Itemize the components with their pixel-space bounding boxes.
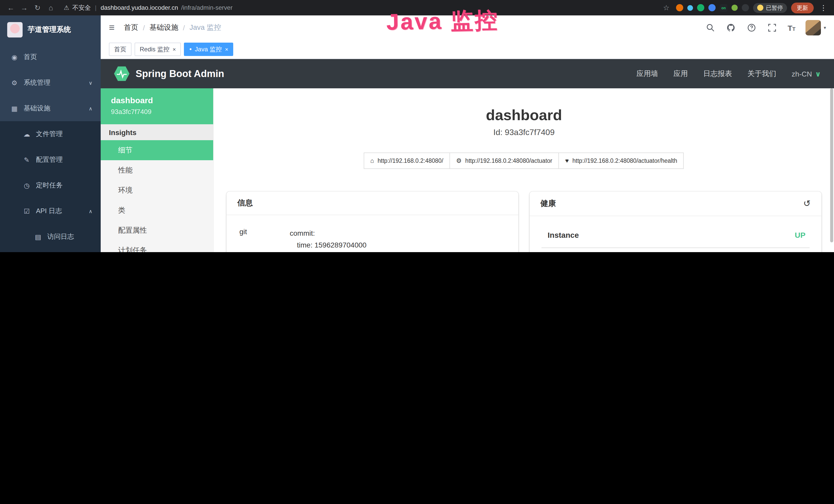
sba-nav-journal[interactable]: 日志报表 bbox=[703, 69, 732, 78]
hamburger-icon[interactable]: ≡ bbox=[109, 22, 114, 33]
sidebar-item-label: 定时任务 bbox=[36, 181, 63, 190]
service-url-link[interactable]: ⌂ http://192.168.0.2:48080/ bbox=[364, 153, 450, 169]
back-icon[interactable]: ← bbox=[5, 4, 17, 12]
user-avatar[interactable]: ▾ bbox=[806, 20, 826, 36]
address-bar[interactable]: ⚠ 不安全 | dashboard.yudao.iocoder.cn/infra… bbox=[64, 3, 659, 12]
page-scrollbar[interactable] bbox=[830, 88, 833, 243]
not-secure-label: 不安全 bbox=[72, 3, 91, 12]
sba-logo-icon[interactable] bbox=[114, 66, 129, 82]
sidebar-item-label: 访问日志 bbox=[47, 232, 74, 241]
gear-icon: ⚙ bbox=[10, 79, 19, 87]
admin-sidebar: 芋道管理系统 ◉ 首页 ⚙ 系统管理 ∨ ▦ 基础设施 ∧ bbox=[0, 16, 101, 252]
reload-icon[interactable]: ↻ bbox=[32, 4, 43, 12]
sba-item-details[interactable]: 细节 bbox=[101, 140, 213, 160]
not-secure-warning-icon: ⚠ bbox=[64, 4, 69, 11]
sba-nav-wallboard[interactable]: 应用墙 bbox=[636, 69, 658, 78]
admin-logo-row[interactable]: 芋道管理系统 bbox=[0, 16, 101, 44]
chevron-down-icon: ∨ bbox=[815, 70, 821, 78]
help-icon[interactable] bbox=[746, 23, 757, 33]
tab-redis-monitor[interactable]: Redis 监控 × bbox=[135, 43, 181, 56]
sba-locale-select[interactable]: zh-CN ∨ bbox=[792, 70, 821, 78]
sba-nav-about[interactable]: 关于我们 bbox=[747, 69, 776, 78]
locale-label: zh-CN bbox=[792, 70, 812, 78]
extension-icon-drop[interactable] bbox=[687, 5, 693, 10]
admin-menu: ◉ 首页 ⚙ 系统管理 ∨ ▦ 基础设施 ∧ ☁ 文 bbox=[0, 44, 101, 252]
sidebar-item-infrastructure[interactable]: ▦ 基础设施 ∧ bbox=[0, 95, 101, 121]
active-dot-icon: ● bbox=[189, 47, 192, 51]
dashboard-icon: ◉ bbox=[10, 53, 19, 61]
link-label: http://192.168.0.2:48080/actuator/health bbox=[572, 158, 677, 164]
close-icon[interactable]: × bbox=[173, 46, 176, 52]
extension-icon-grid[interactable] bbox=[708, 4, 716, 11]
sidebar-item-scheduled-jobs[interactable]: ◷ 定时任务 bbox=[0, 173, 101, 198]
info-card-title: 信息 bbox=[226, 191, 518, 215]
home-icon[interactable]: ⌂ bbox=[45, 4, 57, 12]
sidebar-item-file-management[interactable]: ☁ 文件管理 bbox=[0, 121, 101, 147]
breadcrumb-separator: / bbox=[183, 24, 185, 32]
sidebar-item-api-logs[interactable]: ☑ API 日志 ∧ bbox=[0, 198, 101, 224]
extension-icon-fox[interactable] bbox=[676, 4, 683, 11]
breadcrumb-infrastructure[interactable]: 基础设施 bbox=[150, 23, 178, 32]
health-url-link[interactable]: ♥ http://192.168.0.2:48080/actuator/heal… bbox=[558, 153, 684, 169]
health-card: 健康 ↺ Instance UP bbox=[530, 191, 821, 252]
sidebar-item-system-management[interactable]: ⚙ 系统管理 ∨ bbox=[0, 70, 101, 95]
header-actions: TT ▾ bbox=[705, 20, 826, 36]
heart-icon: ♥ bbox=[565, 157, 569, 164]
browser-menu-icon[interactable]: ⋮ bbox=[818, 4, 829, 12]
github-icon[interactable] bbox=[726, 23, 736, 33]
sba-brand-title[interactable]: Spring Boot Admin bbox=[136, 68, 224, 79]
page-title: dashboard bbox=[486, 107, 562, 124]
info-card: 信息 git commit: time: 1596289704000 bbox=[226, 191, 518, 252]
fullscreen-icon[interactable] bbox=[767, 23, 777, 33]
smiley-icon bbox=[757, 5, 763, 11]
sba-main-content: dashboard Id: 93a3fc7f7409 ⌂ http://192.… bbox=[214, 88, 834, 252]
screenshot-stage: ← → ↻ ⌂ ⚠ 不安全 | dashboard.yudao.iocoder.… bbox=[0, 0, 834, 252]
health-instance-row[interactable]: Instance UP bbox=[542, 220, 810, 248]
font-size-icon[interactable]: TT bbox=[788, 23, 795, 32]
document-icon: ▤ bbox=[34, 233, 42, 240]
close-icon[interactable]: × bbox=[225, 46, 228, 52]
sba-item-environment[interactable]: 环境 bbox=[101, 180, 213, 200]
annotation-java-monitor: Java 监控 bbox=[386, 5, 499, 38]
edit-icon: ✎ bbox=[23, 156, 31, 164]
sidebar-item-label: 系统管理 bbox=[24, 78, 50, 87]
sba-nav-applications[interactable]: 应用 bbox=[674, 69, 688, 78]
actuator-url-link[interactable]: ⚙ http://192.168.0.2:48080/actuator bbox=[449, 153, 559, 169]
paused-badge-label: 已暂停 bbox=[766, 4, 783, 12]
chrome-update-button[interactable]: 更新 bbox=[791, 2, 814, 13]
tab-home[interactable]: 首页 bbox=[109, 43, 132, 56]
extension-icon-leaf[interactable] bbox=[731, 5, 738, 11]
tab-java-monitor[interactable]: ● Java 监控 × bbox=[184, 43, 234, 56]
history-icon[interactable]: ↺ bbox=[804, 198, 811, 209]
health-instance-label: Instance bbox=[548, 231, 579, 239]
info-git-row: git commit: time: 1596289704000 id: 27aa… bbox=[238, 219, 506, 252]
sidebar-item-config-management[interactable]: ✎ 配置管理 bbox=[0, 147, 101, 173]
paused-badge[interactable]: 已暂停 bbox=[753, 3, 787, 13]
sba-item-classes[interactable]: 类 bbox=[101, 200, 213, 220]
sba-item-metrics[interactable]: 性能 bbox=[101, 160, 213, 180]
search-icon[interactable] bbox=[705, 23, 716, 33]
forward-icon[interactable]: → bbox=[19, 4, 30, 12]
instance-id: Id: 93a3fc7f7409 bbox=[493, 128, 554, 137]
health-status-badge: UP bbox=[795, 231, 806, 239]
sba-sidebar: dashboard 93a3fc7f7409 Insights 细节 性能 环境… bbox=[101, 88, 214, 252]
browser-toolbar-right: ☆ on 已暂停 更新 ⋮ bbox=[661, 2, 829, 13]
breadcrumb-home[interactable]: 首页 bbox=[124, 23, 138, 32]
home-icon: ⌂ bbox=[370, 157, 374, 164]
sba-app-header[interactable]: dashboard 93a3fc7f7409 bbox=[101, 88, 213, 124]
sba-item-config-props[interactable]: 配置属性 bbox=[101, 220, 213, 240]
health-card-title: 健康 bbox=[541, 199, 556, 208]
tab-label: 首页 bbox=[114, 45, 126, 54]
browser-window: ← → ↻ ⌂ ⚠ 不安全 | dashboard.yudao.iocoder.… bbox=[0, 0, 834, 252]
sidebar-item-home[interactable]: ◉ 首页 bbox=[0, 44, 101, 70]
extension-icon-on-badge[interactable]: on bbox=[720, 4, 727, 12]
url-separator: | bbox=[95, 4, 96, 11]
sidebar-item-access-logs[interactable]: ▤ 访问日志 bbox=[0, 224, 101, 250]
clock-icon: ◷ bbox=[23, 182, 31, 189]
sba-item-scheduled-tasks[interactable]: 计划任务 bbox=[101, 240, 213, 252]
bookmark-star-icon[interactable]: ☆ bbox=[661, 4, 672, 12]
extension-icon-green[interactable] bbox=[697, 4, 704, 11]
sidebar-item-error-logs[interactable]: ▥ 错误日志 bbox=[0, 250, 101, 252]
extension-icon-puzzle[interactable] bbox=[742, 4, 749, 11]
sidebar-item-label: 文件管理 bbox=[36, 130, 63, 139]
